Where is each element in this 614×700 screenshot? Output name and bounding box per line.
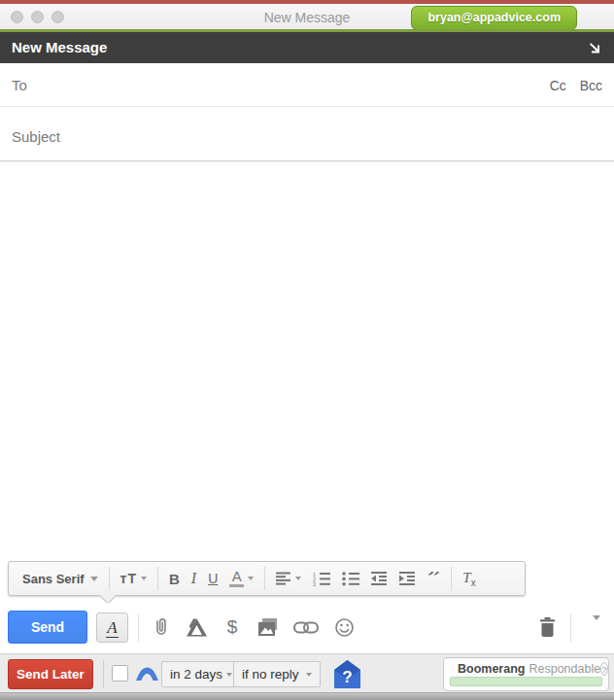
indent-more-button[interactable] <box>393 566 422 591</box>
toolbar-divider <box>157 567 158 590</box>
remove-formatting-icon: Tx <box>462 570 475 588</box>
emoji-smiley-icon <box>335 618 354 637</box>
respondable-progress-bar <box>450 677 602 686</box>
respondable-suffix: Respondable <box>529 662 600 676</box>
photo-icon <box>258 618 279 637</box>
schedule-time-value: in 2 days <box>170 667 222 682</box>
message-body-input[interactable] <box>0 162 614 603</box>
respondable-brand: Boomerang <box>458 662 525 676</box>
indent-more-icon <box>399 572 416 585</box>
chevron-down-icon <box>593 615 600 637</box>
indent-less-icon <box>371 572 388 585</box>
dollar-icon: $ <box>227 616 238 638</box>
respondable-widget[interactable]: Boomerang Respondable ? <box>443 657 609 691</box>
chevron-down-icon <box>306 673 312 677</box>
numbered-list-button[interactable]: 1 2 3 <box>307 566 336 591</box>
remove-formatting-button[interactable]: Tx <box>457 566 481 591</box>
align-button[interactable] <box>270 566 307 591</box>
italic-icon: I <box>191 570 196 587</box>
discard-draft-button[interactable] <box>532 612 562 642</box>
toolbar-divider <box>451 567 452 590</box>
font-size-icon: тT <box>120 571 137 586</box>
font-family-select[interactable]: Sans Serif <box>17 566 104 591</box>
bold-button[interactable]: B <box>163 566 186 591</box>
condition-dropdown[interactable]: if no reply <box>233 661 321 687</box>
svg-text:?: ? <box>342 668 352 686</box>
chevron-down-icon <box>141 577 147 580</box>
align-left-icon <box>276 572 291 585</box>
quote-button[interactable]: ” <box>422 566 446 591</box>
cc-link[interactable]: Cc <box>550 78 566 93</box>
paperclip-icon <box>152 616 169 638</box>
google-drive-icon <box>187 618 207 637</box>
boomerang-bar: Send Later in 2 days if no reply ? <box>0 653 614 692</box>
condition-value: if no reply <box>242 667 299 682</box>
attach-files-button[interactable] <box>146 612 175 642</box>
window-titlebar: New Message bryan@appadvice.com <box>0 4 614 29</box>
subject-field[interactable]: Subject <box>0 107 614 161</box>
underline-icon: U <box>208 571 218 586</box>
insert-emoji-button[interactable] <box>329 612 358 642</box>
bcc-link[interactable]: Bcc <box>580 78 602 93</box>
chevron-down-icon <box>248 577 254 580</box>
more-options-button[interactable] <box>587 620 600 638</box>
chevron-down-icon <box>226 673 232 677</box>
toolbar-divider <box>264 567 265 590</box>
italic-button[interactable]: I <box>186 566 202 591</box>
bullet-list-button[interactable] <box>336 566 365 591</box>
toolbar-divider <box>570 614 571 642</box>
underline-button[interactable]: U <box>202 566 223 591</box>
compose-header-title: New Message <box>12 39 107 55</box>
font-size-select[interactable]: тT <box>115 566 153 591</box>
bold-icon: B <box>169 571 180 587</box>
window-bottom-edge <box>0 692 614 700</box>
text-color-icon: A <box>229 570 244 587</box>
boomerang-help-icon[interactable]: ? <box>334 660 360 688</box>
compose-header[interactable]: New Message <box>0 32 614 63</box>
compose-action-bar: Send A $ <box>0 603 614 653</box>
svg-text:3: 3 <box>313 581 316 586</box>
to-label: To <box>12 77 27 93</box>
schedule-checkbox[interactable] <box>112 665 128 682</box>
ccbcc-links: Cc Bcc <box>540 78 602 93</box>
recipients-field[interactable]: To Cc Bcc <box>0 63 614 107</box>
color-swatch-bar <box>229 584 244 587</box>
popout-arrow-icon[interactable] <box>587 40 602 55</box>
toolbar-divider <box>138 614 139 642</box>
link-icon <box>293 621 319 634</box>
formatting-a-icon: A <box>106 618 118 638</box>
toolbar-divider <box>109 567 110 590</box>
account-badge[interactable]: bryan@appadvice.com <box>411 6 577 30</box>
indent-less-button[interactable] <box>365 566 393 591</box>
help-question-icon[interactable]: ? <box>600 662 608 676</box>
send-later-button[interactable]: Send Later <box>8 659 93 689</box>
text-color-button[interactable]: A <box>223 566 259 591</box>
boomerang-icon <box>135 666 159 685</box>
schedule-time-dropdown[interactable]: in 2 days <box>161 661 241 687</box>
insert-drive-file-button[interactable] <box>182 612 211 642</box>
trash-icon <box>539 617 556 637</box>
compose-window: New Message bryan@appadvice.com New Mess… <box>0 0 614 700</box>
chevron-down-icon <box>90 577 98 581</box>
respondable-header: Boomerang Respondable ? <box>444 658 608 676</box>
insert-link-button[interactable] <box>291 612 321 642</box>
bullet-list-icon <box>342 572 359 586</box>
insert-photo-button[interactable] <box>254 612 283 642</box>
boomerang-divider <box>103 660 104 687</box>
formatting-options-toggle[interactable]: A <box>96 612 128 643</box>
numbered-list-icon: 1 2 3 <box>313 572 330 586</box>
chevron-down-icon <box>295 577 301 580</box>
quote-icon: ” <box>427 572 440 585</box>
request-money-button[interactable]: $ <box>218 612 247 642</box>
formatting-toolbar: Sans Serif тT B I U A <box>8 561 526 596</box>
send-button[interactable]: Send <box>8 611 87 644</box>
subject-placeholder: Subject <box>12 128 60 145</box>
